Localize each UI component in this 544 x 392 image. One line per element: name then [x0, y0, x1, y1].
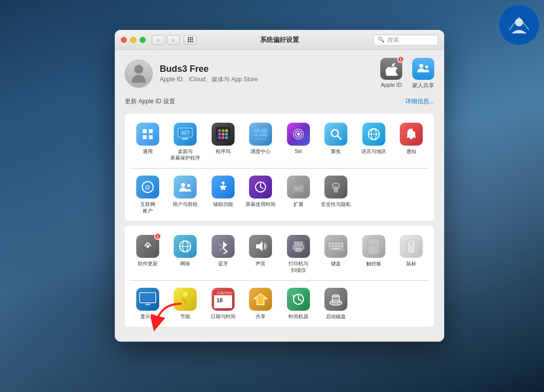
general-label: 通用 [143, 148, 153, 155]
grid-icon [188, 37, 193, 42]
icon-network[interactable]: 网络 [168, 233, 204, 275]
icon-software[interactable]: 1 软件更新 [130, 233, 166, 275]
svg-rect-24 [261, 129, 267, 133]
datetime-icon: 18 日期与时间 [212, 288, 235, 311]
icon-bluetooth[interactable]: 蓝牙 [205, 233, 241, 275]
svg-point-42 [222, 182, 225, 185]
svg-rect-71 [329, 245, 331, 247]
family-sharing-button[interactable]: 家人共享 [412, 58, 434, 89]
icons-section-1: 通用 Fi New 桌面与屏幕保护程序 [125, 114, 434, 221]
icon-screentime[interactable]: 屏幕使用时间 [243, 174, 279, 216]
icons-section-2: 1 软件更新 网络 [125, 226, 434, 327]
svg-point-1 [419, 64, 423, 68]
trackpad-icon [362, 235, 385, 258]
search-box[interactable]: 🔍 [373, 34, 438, 45]
keyboard-label: 键盘 [331, 260, 341, 267]
search-input[interactable] [387, 36, 434, 43]
icon-keyboard[interactable]: 键盘 [318, 233, 354, 275]
screentime-icon [249, 176, 272, 198]
energy-label: 节能 [180, 313, 190, 320]
family-icon-wrapper [412, 58, 434, 80]
icon-siri[interactable]: Siri [280, 121, 316, 163]
icon-notification[interactable]: 通知 [394, 121, 430, 163]
icon-accessibility[interactable]: 辅助功能 [205, 174, 241, 216]
svg-rect-48 [296, 184, 300, 187]
search-icon: 🔍 [378, 36, 385, 43]
icons-grid-1: 通用 Fi New 桌面与屏幕保护程序 [130, 121, 429, 163]
screentime-label: 屏幕使用时间 [246, 201, 275, 207]
launchpad-icon [212, 123, 235, 146]
icon-timemachine[interactable]: 时间机器 [280, 286, 316, 322]
icon-datetime[interactable]: 18 日期与时间 日期与时间 [205, 286, 241, 322]
svg-rect-77 [368, 238, 380, 254]
language-label: 语言与地区 [361, 148, 386, 155]
security-label: 安全性与隐私 [321, 201, 351, 207]
icon-sharing[interactable]: 共享 [243, 286, 279, 322]
icon-launchpad[interactable]: 程序坞 [205, 121, 241, 163]
icon-users[interactable]: 用户与群组 [168, 174, 204, 216]
back-button[interactable]: ‹ [152, 35, 165, 45]
svg-point-2 [425, 65, 428, 68]
icon-language[interactable]: 语言与地区 [356, 121, 392, 163]
apple-id-button[interactable]: 1 Apple ID [380, 58, 402, 89]
mission-label: 调度中心 [251, 148, 271, 155]
update-text: 更新 Apple ID 设置 [125, 97, 175, 106]
svg-rect-61 [294, 241, 303, 245]
extension-icon [287, 176, 310, 198]
users-icon [174, 176, 197, 198]
svg-text:日期与时间: 日期与时间 [217, 291, 232, 295]
trackpad-label: 触控板 [366, 260, 381, 267]
svg-rect-83 [145, 304, 150, 305]
mission-icon [249, 123, 272, 146]
svg-rect-68 [335, 243, 337, 244]
close-button[interactable] [121, 37, 127, 43]
extension-label: 扩展 [293, 201, 303, 207]
svg-point-41 [187, 184, 190, 187]
icon-general[interactable]: 通用 [130, 121, 166, 163]
family-icon [412, 58, 434, 80]
svg-line-46 [261, 187, 263, 189]
svg-point-21 [225, 136, 228, 139]
icon-trackpad[interactable]: 触控板 [356, 233, 392, 275]
icon-spotlight[interactable]: 聚焦 [318, 121, 354, 163]
icon-energy[interactable]: 节能 [168, 286, 204, 322]
grid-view-button[interactable] [184, 35, 197, 45]
datetime-label: 日期与时间 [211, 313, 236, 320]
icon-mission[interactable]: 调度中心 [243, 121, 279, 163]
icon-internet[interactable]: @ 互联网账户 [130, 174, 166, 216]
icon-mouse[interactable]: 鼠标 [394, 233, 430, 275]
network-label: 网络 [180, 260, 190, 267]
profile-name: Buds3 Free [160, 64, 258, 74]
svg-rect-23 [254, 129, 260, 133]
update-link[interactable]: 详细信息... [405, 97, 434, 106]
software-badge: 1 [154, 233, 161, 240]
icon-printer[interactable]: 打印机与扫描仪 [280, 233, 316, 275]
svg-marker-89 [254, 294, 267, 305]
svg-rect-52 [334, 189, 338, 193]
minimize-button[interactable] [130, 37, 136, 43]
icon-security[interactable]: 安全性与隐私 [318, 174, 354, 216]
divider-2 [130, 280, 429, 281]
security-icon [324, 176, 347, 198]
nav-buttons: ‹ › [152, 35, 180, 45]
profile-section: Buds3 Free Apple ID、iCloud、媒体与 App Store [125, 58, 434, 89]
spotlight-icon [324, 123, 347, 146]
icon-desktop[interactable]: Fi New 桌面与屏幕保护程序 [168, 121, 204, 163]
svg-rect-4 [149, 129, 153, 133]
icon-display[interactable]: 显示器 [130, 286, 166, 322]
forward-button[interactable]: › [167, 35, 180, 45]
accessibility-icon [212, 176, 235, 198]
sound-icon [249, 235, 272, 258]
maximize-button[interactable] [140, 37, 146, 43]
svg-point-40 [181, 183, 185, 187]
icon-startdisk[interactable]: 启动磁盘 [318, 286, 354, 322]
icon-extension[interactable]: 扩展 [280, 174, 316, 216]
launchpad-label: 程序坞 [216, 148, 231, 155]
divider-1 [130, 168, 429, 169]
apple-id-badge: 1 [397, 56, 404, 63]
icon-sound[interactable]: 声音 [243, 233, 279, 275]
spotlight-label: 聚焦 [331, 148, 341, 155]
family-sharing-label: 家人共享 [412, 82, 434, 89]
svg-rect-75 [341, 245, 343, 247]
svg-point-37 [413, 128, 417, 132]
